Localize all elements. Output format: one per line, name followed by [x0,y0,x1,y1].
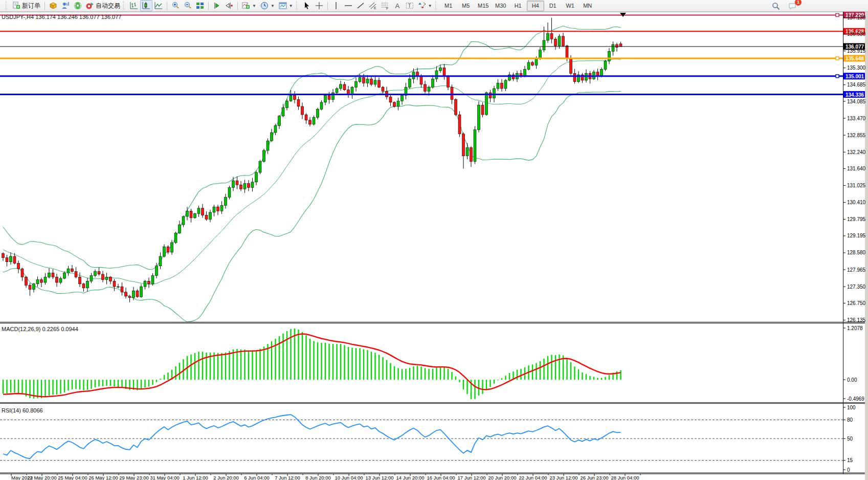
svg-text:135.300: 135.300 [847,65,866,71]
svg-text:8 Jun 20:00: 8 Jun 20:00 [305,475,331,480]
svg-text:127.965: 127.965 [847,267,866,273]
text-label-tool-button[interactable]: T [404,0,416,11]
bar-chart-type-button[interactable] [128,0,140,11]
auto-trading-button[interactable]: 自动交易 [84,0,122,11]
svg-text:28 Jun 04:00: 28 Jun 04:00 [611,475,639,480]
horizontal-line-icon [344,2,352,10]
candlestick-chart-icon [142,2,150,10]
vertical-line-tool-button[interactable] [330,0,342,11]
timeframe-button-d1[interactable]: D1 [544,1,562,11]
new-order-icon [12,2,20,10]
indicators-icon [242,2,250,10]
svg-text:7 Jun 12:00: 7 Jun 12:00 [275,475,300,480]
main-toolbar: 新订单 [0,0,868,12]
svg-text:31 May 04:00: 31 May 04:00 [150,475,180,480]
chart-plot-area[interactable] [0,12,843,322]
svg-text:23 Jun 12:00: 23 Jun 12:00 [550,475,578,480]
tile-windows-icon [196,2,204,10]
svg-text:80: 80 [847,417,853,423]
svg-text:-0.4969: -0.4969 [847,396,864,402]
templates-button[interactable] [47,0,59,11]
toolbar-right-group: 1 [770,1,798,11]
svg-text:0: 0 [847,467,850,473]
equidistant-channel-tool-button[interactable]: E [367,0,379,11]
notifications-button[interactable]: 1 [786,1,798,12]
timeframe-button-h1[interactable]: H1 [509,1,527,11]
toolbar-separator [44,2,45,10]
text-icon: A [393,2,402,10]
svg-text:131.640: 131.640 [847,166,866,171]
timeframe-button-m15[interactable]: M15 [475,1,492,11]
zoom-in-button[interactable] [169,0,182,11]
arrows-tool-button[interactable]: ▼ [416,0,434,11]
text-tool-button[interactable]: A [391,0,404,11]
depth-of-market-icon [61,2,70,10]
trendline-tool-button[interactable] [354,0,367,11]
timeframe-button-group: M1M5M15M30H1H4D1W1MN [440,1,596,11]
timeframe-button-w1[interactable]: W1 [562,1,579,11]
clock-icon [260,2,269,10]
svg-text:13 Jun 12:00: 13 Jun 12:00 [366,475,394,480]
chart-shift-icon [225,2,233,10]
svg-text:25 May 04:00: 25 May 04:00 [58,475,87,480]
svg-text:134.685: 134.685 [847,82,866,88]
timeframe-button-mn[interactable]: MN [579,1,596,11]
crosshair-tool-button[interactable] [313,0,325,11]
fibonacci-tool-button[interactable]: F [379,0,391,11]
svg-text:22 Jun 04:00: 22 Jun 04:00 [519,475,547,480]
svg-text:135.648: 135.648 [845,56,864,61]
chart-shift-button[interactable] [223,0,235,11]
svg-text:135.915: 135.915 [847,48,866,54]
timeframe-button-m1[interactable]: M1 [440,1,457,11]
svg-text:6 Jun 04:00: 6 Jun 04:00 [244,475,270,480]
svg-text:135.001: 135.001 [845,74,864,79]
chart-window: 137.220136.628136.077135.648135.001134.3… [0,0,868,480]
signals-button[interactable] [72,0,84,11]
line-chart-type-button[interactable] [152,0,165,11]
clipped-toolbar-icon[interactable] [1,2,5,10]
new-order-label: 新订单 [22,2,40,10]
toolbar-grip [296,2,299,10]
svg-text:134.336: 134.336 [845,92,864,98]
period-button[interactable]: ▼ [258,0,277,11]
auto-trading-label: 自动交易 [96,2,120,10]
arrow-objects-icon [418,2,426,10]
equidistant-channel-icon: E [369,2,377,10]
line-chart-icon [154,2,163,10]
zoom-out-button[interactable] [182,0,194,11]
dropdown-caret-icon: ▼ [271,4,275,8]
svg-text:0.00: 0.00 [847,377,857,383]
toolbar-separator [327,2,328,10]
svg-text:129.795: 129.795 [847,216,866,222]
timeframe-button-m5[interactable]: M5 [457,1,475,11]
svg-text:23 May 20:00: 23 May 20:00 [27,475,57,480]
search-button[interactable] [770,1,782,12]
macd-indicator-label: MACD(12,26,9) 0.2265 0.0944 [2,326,78,332]
auto-trading-icon [86,2,94,10]
timeframe-button-m30[interactable]: M30 [492,1,509,11]
cursor-tool-button[interactable] [301,0,313,11]
svg-text:134.085: 134.085 [847,99,866,104]
svg-text:14 Jun 20:00: 14 Jun 20:00 [396,475,425,480]
toolbar-separator [237,2,238,10]
toolbar-grip [435,2,438,10]
indicators-button[interactable]: ▼ [240,0,258,11]
text-label-icon: T [406,2,414,10]
horizontal-line-tool-button[interactable] [342,0,354,11]
timeframe-button-h4[interactable]: H4 [527,1,544,11]
zoom-in-icon [171,2,180,10]
tile-windows-button[interactable] [194,0,206,11]
depth-of-market-button[interactable] [59,0,72,11]
toolbar-separator [167,2,167,10]
new-order-button[interactable]: 新订单 [10,0,42,11]
dropdown-caret-icon: ▼ [289,4,293,8]
auto-scroll-button[interactable] [211,0,223,11]
candle-chart-type-button[interactable] [140,0,152,11]
svg-text:16 Jun 04:00: 16 Jun 04:00 [427,475,455,480]
svg-text:26 May 12:00: 26 May 12:00 [88,475,118,480]
signals-icon [74,2,82,10]
search-icon [772,2,780,10]
bar-chart-icon [130,2,138,10]
chart-template-button[interactable]: ▼ [277,0,295,11]
svg-text:50: 50 [847,436,853,442]
